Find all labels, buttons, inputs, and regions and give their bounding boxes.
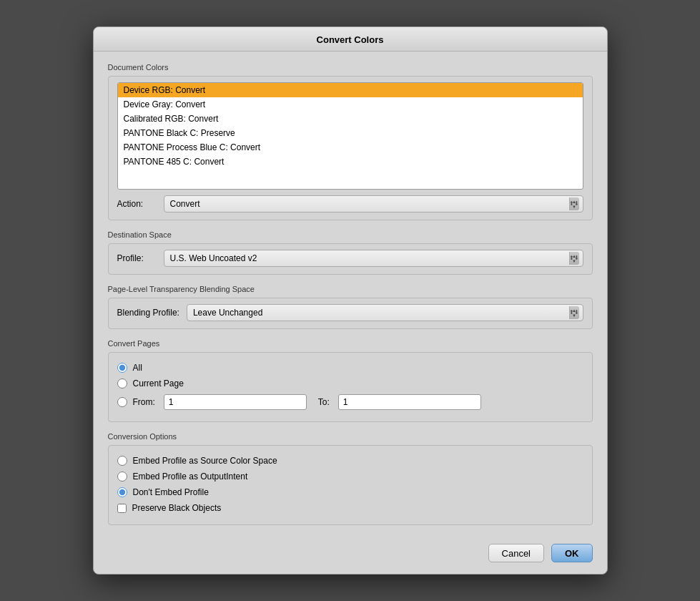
radio-embed-source-input[interactable] [117,456,127,466]
list-item[interactable]: Device Gray: Convert [118,97,583,112]
radio-all[interactable]: All [117,363,583,373]
convert-colors-dialog: Convert Colors Document Colors Device RG… [93,26,608,575]
transparency-blending-section: Page-Level Transparency Blending Space B… [108,285,593,329]
transparency-blending-group: Blending Profile: Leave Unchanged Docume… [108,298,593,329]
radio-embed-source[interactable]: Embed Profile as Source Color Space [117,456,583,466]
destination-space-label: Destination Space [108,230,593,239]
radio-all-label: All [133,363,142,373]
document-colors-section: Document Colors Device RGB: Convert Devi… [108,63,593,220]
blending-profile-label: Blending Profile: [117,308,179,318]
radio-from-input[interactable] [117,397,127,407]
color-list-container[interactable]: Device RGB: Convert Device Gray: Convert… [117,82,583,190]
checkbox-preserve-black-label: Preserve Black Objects [132,503,222,513]
destination-space-group: Profile: U.S. Web Uncoated v2 sRGB IEC61… [108,243,593,275]
ok-button[interactable]: OK [551,544,593,562]
to-input[interactable] [338,394,481,410]
radio-all-input[interactable] [117,363,127,373]
color-list: Device RGB: Convert Device Gray: Convert… [118,83,583,169]
radio-embed-output-label: Embed Profile as OutputIntent [133,471,248,482]
cancel-button[interactable]: Cancel [488,544,544,562]
checkbox-preserve-black[interactable]: Preserve Black Objects [117,503,583,513]
from-input[interactable] [164,394,307,410]
action-select[interactable]: Convert Preserve Ignore [164,195,583,212]
radio-dont-embed-input[interactable] [117,487,127,497]
destination-space-section: Destination Space Profile: U.S. Web Unco… [108,230,593,275]
profile-label: Profile: [117,253,157,263]
convert-pages-section: Convert Pages All Current Page From: [108,339,593,422]
blending-profile-row: Blending Profile: Leave Unchanged Docume… [117,304,583,321]
checkbox-preserve-black-input[interactable] [117,504,127,513]
radio-current-page-label: Current Page [133,378,184,389]
radio-dont-embed-label: Don't Embed Profile [133,487,209,497]
radio-embed-source-label: Embed Profile as Source Color Space [133,456,277,466]
to-label: To: [318,397,330,407]
conversion-options-group: Embed Profile as Source Color Space Embe… [108,445,593,525]
conversion-options-label: Conversion Options [108,432,593,441]
convert-pages-label: Convert Pages [108,339,593,348]
blending-profile-select[interactable]: Leave Unchanged Document CMYK Document R… [187,304,583,321]
radio-current-page[interactable]: Current Page [117,378,583,389]
list-item[interactable]: Calibrated RGB: Convert [118,112,583,126]
convert-pages-radio-group: All Current Page From: To: [117,358,583,414]
list-item[interactable]: PANTONE 485 C: Convert [118,155,583,169]
list-item[interactable]: PANTONE Process Blue C: Convert [118,140,583,155]
list-item[interactable]: PANTONE Black C: Preserve [118,126,583,140]
radio-embed-output[interactable]: Embed Profile as OutputIntent [117,471,583,482]
radio-current-page-input[interactable] [117,378,127,389]
radio-dont-embed[interactable]: Don't Embed Profile [117,487,583,497]
conversion-options-section: Conversion Options Embed Profile as Sour… [108,432,593,525]
radio-from[interactable]: From: [117,397,155,407]
document-colors-label: Document Colors [108,63,593,72]
radio-embed-output-input[interactable] [117,471,127,482]
from-to-row: From: To: [117,394,583,410]
list-item[interactable]: Device RGB: Convert [118,83,583,97]
convert-pages-group: All Current Page From: To: [108,352,593,422]
profile-row: Profile: U.S. Web Uncoated v2 sRGB IEC61… [117,250,583,267]
button-row: Cancel OK [94,537,607,574]
blending-profile-select-wrapper: Leave Unchanged Document CMYK Document R… [187,304,583,321]
profile-select-wrapper: U.S. Web Uncoated v2 sRGB IEC61966-2.1 A… [164,250,583,267]
profile-select[interactable]: U.S. Web Uncoated v2 sRGB IEC61966-2.1 A… [164,250,583,267]
dialog-titlebar: Convert Colors [94,27,607,52]
action-row: Action: Convert Preserve Ignore [117,195,583,212]
action-label: Action: [117,199,157,209]
radio-from-label: From: [133,397,155,407]
action-select-wrapper: Convert Preserve Ignore [164,195,583,212]
conversion-options-radio-group: Embed Profile as Source Color Space Embe… [117,451,583,517]
dialog-body: Document Colors Device RGB: Convert Devi… [94,52,607,537]
transparency-blending-label: Page-Level Transparency Blending Space [108,285,593,293]
dialog-title: Convert Colors [317,34,384,45]
document-colors-group: Device RGB: Convert Device Gray: Convert… [108,76,593,220]
